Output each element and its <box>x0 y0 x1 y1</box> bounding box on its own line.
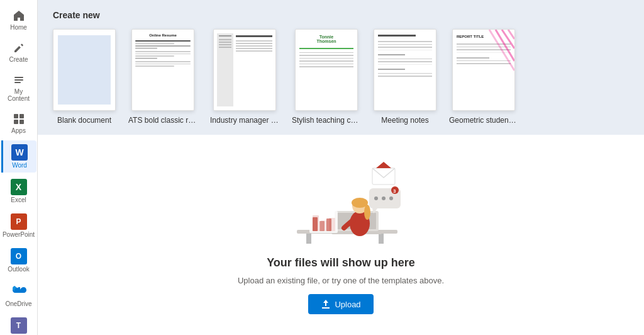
svg-rect-6 <box>19 120 24 124</box>
svg-rect-25 <box>313 217 318 231</box>
sidebar-item-powerpoint[interactable]: P PowerPoint <box>1 210 36 242</box>
svg-rect-3 <box>14 114 18 118</box>
template-meeting-notes-thumb <box>374 29 436 111</box>
svg-text:3: 3 <box>393 188 396 194</box>
empty-state-title: Your files will show up here <box>267 256 415 270</box>
svg-line-9 <box>508 30 514 39</box>
sidebar-item-my-content[interactable]: My Content <box>1 69 36 106</box>
svg-line-10 <box>489 30 514 71</box>
outlook-icon: O <box>11 248 27 264</box>
template-industry-manager-thumb <box>213 29 276 111</box>
meeting-notes-preview <box>374 30 436 110</box>
create-icon <box>12 41 26 55</box>
template-meeting-notes[interactable]: Meeting notes <box>374 29 436 125</box>
sidebar-item-create-label: Create <box>9 56 28 63</box>
industry-manager-preview <box>214 30 275 110</box>
sidebar-item-apps[interactable]: Apps <box>1 108 36 138</box>
template-stylish-teaching-label: Stylish teaching cov... <box>292 116 361 125</box>
template-ats-resume-label: ATS bold classic resu... <box>128 116 197 125</box>
upload-button[interactable]: Upload <box>308 294 373 314</box>
template-blank-label: Blank document <box>57 116 111 125</box>
stylish-teaching-preview: TonnieThomsen <box>296 30 357 110</box>
template-industry-manager[interactable]: Industry manager re... <box>210 29 279 125</box>
template-stylish-teaching[interactable]: TonnieThomsen Stylish teaching cov... <box>292 29 361 125</box>
my-content-icon <box>12 73 26 87</box>
svg-rect-1 <box>14 79 23 81</box>
svg-rect-13 <box>379 234 384 244</box>
main-content: Create new Blank document Online Resume <box>38 0 644 335</box>
template-meeting-notes-label: Meeting notes <box>381 116 428 125</box>
home-icon <box>12 9 26 23</box>
svg-rect-5 <box>14 120 18 124</box>
svg-rect-26 <box>319 221 325 231</box>
template-geometric-student-label: Geometric student r... <box>449 116 518 125</box>
sidebar-item-onedrive-label: OneDrive <box>5 300 31 307</box>
excel-icon: X <box>11 179 27 195</box>
sidebar-item-outlook[interactable]: O Outlook <box>1 244 36 276</box>
sidebar-item-word-label: Word <box>12 162 27 169</box>
svg-rect-4 <box>19 114 24 118</box>
blank-doc-preview <box>58 35 111 105</box>
word-icon: W <box>11 144 28 161</box>
sidebar-item-my-content-label: My Content <box>4 88 34 102</box>
sidebar-item-teams[interactable]: T Teams <box>1 314 36 335</box>
sidebar-item-outlook-label: Outlook <box>8 266 29 273</box>
create-section-title: Create new <box>53 10 629 20</box>
template-ats-resume[interactable]: Online Resume ATS bold classi <box>128 29 197 125</box>
template-ats-resume-thumb: Online Resume <box>131 29 194 111</box>
apps-icon <box>12 112 26 126</box>
template-geometric-student-thumb: REPORT TITLE <box>452 29 515 111</box>
sidebar-item-powerpoint-label: PowerPoint <box>3 231 35 238</box>
svg-point-32 <box>382 196 386 200</box>
files-section: 3 Your files will show up here Upload an… <box>38 135 644 335</box>
svg-rect-2 <box>14 82 21 83</box>
sidebar-item-home-label: Home <box>10 24 27 31</box>
sidebar-item-onedrive[interactable]: OneDrive <box>1 279 36 311</box>
upload-button-label: Upload <box>335 300 360 309</box>
sidebar-item-home[interactable]: Home <box>1 5 36 35</box>
template-blank[interactable]: Blank document <box>53 29 116 125</box>
sidebar: Home Create My Content <box>0 0 38 335</box>
ats-resume-preview: Online Resume <box>132 30 194 110</box>
create-section: Create new Blank document Online Resume <box>38 0 644 135</box>
svg-line-8 <box>502 30 514 48</box>
template-geometric-student[interactable]: REPORT TITLE Geometric student r... <box>449 29 518 125</box>
svg-marker-29 <box>376 162 391 168</box>
svg-point-31 <box>374 196 378 200</box>
svg-point-33 <box>389 196 393 200</box>
sidebar-item-word[interactable]: W Word <box>1 140 36 173</box>
empty-state-illustration: 3 <box>272 156 410 250</box>
svg-rect-27 <box>326 219 331 231</box>
svg-rect-0 <box>14 77 23 78</box>
sidebar-item-excel-label: Excel <box>11 196 26 203</box>
teams-icon: T <box>11 317 27 334</box>
sidebar-item-create[interactable]: Create <box>1 37 36 67</box>
template-industry-manager-label: Industry manager re... <box>210 116 279 125</box>
template-blank-thumb <box>53 29 116 111</box>
svg-rect-12 <box>306 234 311 244</box>
sidebar-item-apps-label: Apps <box>11 127 26 134</box>
onedrive-icon <box>11 283 27 299</box>
sidebar-item-excel[interactable]: X Excel <box>1 175 36 207</box>
upload-icon <box>321 299 331 309</box>
svg-point-20 <box>364 205 370 220</box>
powerpoint-icon: P <box>11 213 27 230</box>
templates-row: Blank document Online Resume <box>53 29 629 125</box>
empty-state-subtitle: Upload an existing file, or try one of t… <box>238 276 444 285</box>
template-stylish-teaching-thumb: TonnieThomsen <box>295 29 358 111</box>
